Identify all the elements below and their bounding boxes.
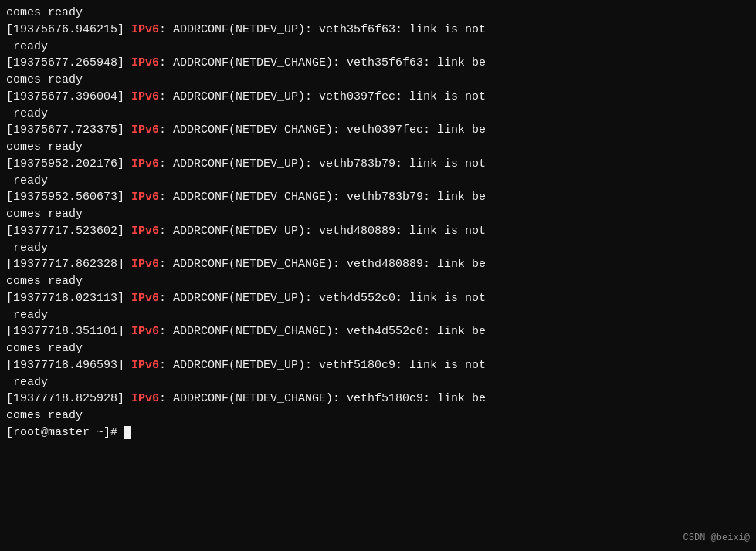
terminal-line: [19375952.560673] IPv6: ADDRCONF(NETDEV_…: [6, 189, 750, 206]
terminal-line: [19375677.723375] IPv6: ADDRCONF(NETDEV_…: [6, 122, 750, 139]
terminal-line: [19377718.023113] IPv6: ADDRCONF(NETDEV_…: [6, 290, 750, 307]
watermark: CSDN @beixi@: [683, 532, 750, 545]
terminal-line: comes ready: [6, 340, 750, 357]
terminal-line: comes ready: [6, 273, 750, 290]
terminal-line: ready: [6, 374, 750, 391]
terminal-line: ready: [6, 106, 750, 123]
terminal-line: comes ready: [6, 139, 750, 156]
prompt-line: [root@master ~]#: [6, 424, 750, 441]
terminal-line: ready: [6, 39, 750, 56]
terminal-line: [19377718.351101] IPv6: ADDRCONF(NETDEV_…: [6, 323, 750, 340]
terminal-line: [19377717.523602] IPv6: ADDRCONF(NETDEV_…: [6, 223, 750, 240]
prompt: [root@master ~]#: [6, 424, 124, 441]
terminal-line: [19375676.946215] IPv6: ADDRCONF(NETDEV_…: [6, 22, 750, 39]
terminal-line: comes ready: [6, 72, 750, 89]
terminal-line: [19375677.396004] IPv6: ADDRCONF(NETDEV_…: [6, 89, 750, 106]
terminal-line: [19377717.862328] IPv6: ADDRCONF(NETDEV_…: [6, 256, 750, 273]
terminal-line: [19375677.265948] IPv6: ADDRCONF(NETDEV_…: [6, 55, 750, 72]
terminal-line: ready: [6, 307, 750, 324]
terminal-line: ready: [6, 173, 750, 190]
terminal-line: ready: [6, 240, 750, 257]
terminal-line: [19375952.202176] IPv6: ADDRCONF(NETDEV_…: [6, 156, 750, 173]
terminal[interactable]: comes ready[19375676.946215] IPv6: ADDRC…: [0, 0, 756, 551]
terminal-line: [19377718.496593] IPv6: ADDRCONF(NETDEV_…: [6, 357, 750, 374]
terminal-line: comes ready: [6, 407, 750, 424]
cursor: [124, 426, 131, 439]
terminal-line: comes ready: [6, 206, 750, 223]
terminal-output: comes ready[19375676.946215] IPv6: ADDRC…: [6, 5, 750, 424]
terminal-line: comes ready: [6, 5, 750, 22]
terminal-line: [19377718.825928] IPv6: ADDRCONF(NETDEV_…: [6, 390, 750, 407]
